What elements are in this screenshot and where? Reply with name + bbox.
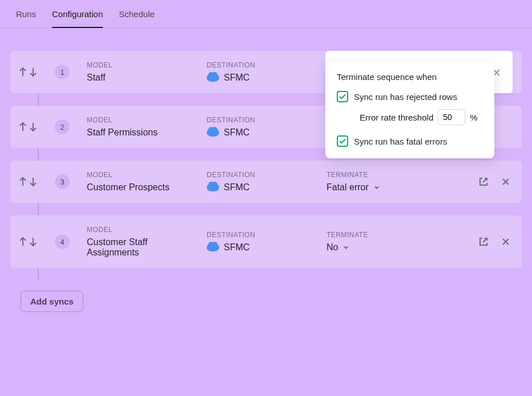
model-value: Staff Permissions <box>87 127 201 138</box>
chevron-down-icon <box>373 184 380 191</box>
arrow-down-icon[interactable] <box>29 67 38 77</box>
connector <box>38 93 39 106</box>
sfmc-icon <box>207 183 219 191</box>
arrow-down-icon[interactable] <box>29 237 38 247</box>
connector <box>38 268 39 281</box>
threshold-suffix: % <box>470 113 477 122</box>
order-badge: 3 <box>55 174 70 189</box>
terminate-label: TERMINATE <box>327 231 473 239</box>
model-value: Staff <box>87 73 201 83</box>
arrow-down-icon[interactable] <box>29 122 38 132</box>
checkbox-fatal-errors[interactable] <box>337 135 348 147</box>
checkbox-rejected-rows[interactable] <box>337 91 348 102</box>
connector <box>38 203 39 215</box>
sync-row: 3 MODEL Customer Prospects DESTINATION S… <box>10 161 522 203</box>
close-icon[interactable] <box>501 237 510 246</box>
open-link-icon[interactable] <box>478 177 489 187</box>
arrow-up-icon[interactable] <box>18 122 27 132</box>
destination-value: SFMC <box>224 242 249 253</box>
chevron-down-icon <box>342 244 349 251</box>
destination-label: DESTINATION <box>207 61 321 69</box>
open-link-icon[interactable] <box>478 237 489 247</box>
add-syncs-button[interactable]: Add syncs <box>21 291 83 312</box>
sync-row: 4 MODEL Customer Staff Assignments DESTI… <box>10 215 522 268</box>
terminate-label: TERMINATE <box>327 171 473 179</box>
threshold-input[interactable] <box>438 109 465 125</box>
order-badge: 1 <box>55 65 70 79</box>
terminate-dropdown[interactable]: Fatal error <box>327 182 473 193</box>
model-label: MODEL <box>87 61 201 69</box>
close-icon[interactable] <box>501 177 510 186</box>
destination-value: SFMC <box>224 182 249 193</box>
arrow-up-icon[interactable] <box>18 177 27 187</box>
tabs: Runs Configuration Schedule <box>0 0 532 28</box>
order-badge: 4 <box>55 234 70 249</box>
checkbox-label: Sync run has fatal errors <box>354 137 447 146</box>
checkbox-label: Sync run has rejected rows <box>354 92 457 102</box>
terminate-dropdown[interactable]: No <box>327 242 473 253</box>
model-label: MODEL <box>87 116 201 124</box>
threshold-label: Error rate threshold <box>360 113 433 122</box>
connector <box>38 148 39 161</box>
destination-label: DESTINATION <box>207 116 321 124</box>
model-value: Customer Prospects <box>87 182 201 193</box>
sfmc-icon <box>207 129 219 137</box>
arrow-up-icon[interactable] <box>18 67 27 77</box>
sfmc-icon <box>207 74 219 82</box>
destination-label: DESTINATION <box>207 231 321 239</box>
model-label: MODEL <box>87 226 201 234</box>
destination-value: SFMC <box>224 127 249 138</box>
order-badge: 2 <box>55 119 70 134</box>
tab-schedule[interactable]: Schedule <box>119 9 155 27</box>
terminate-popover: Terminate sequence when Sync run has rej… <box>325 62 494 158</box>
destination-value: SFMC <box>224 73 249 83</box>
arrow-down-icon[interactable] <box>29 177 38 187</box>
popover-title: Terminate sequence when <box>337 72 483 82</box>
tab-configuration[interactable]: Configuration <box>52 9 103 28</box>
model-value: Customer Staff Assignments <box>87 237 201 258</box>
model-label: MODEL <box>87 171 201 179</box>
destination-label: DESTINATION <box>207 171 321 179</box>
arrow-up-icon[interactable] <box>18 237 27 247</box>
tab-runs[interactable]: Runs <box>16 9 36 27</box>
sfmc-icon <box>207 243 219 251</box>
